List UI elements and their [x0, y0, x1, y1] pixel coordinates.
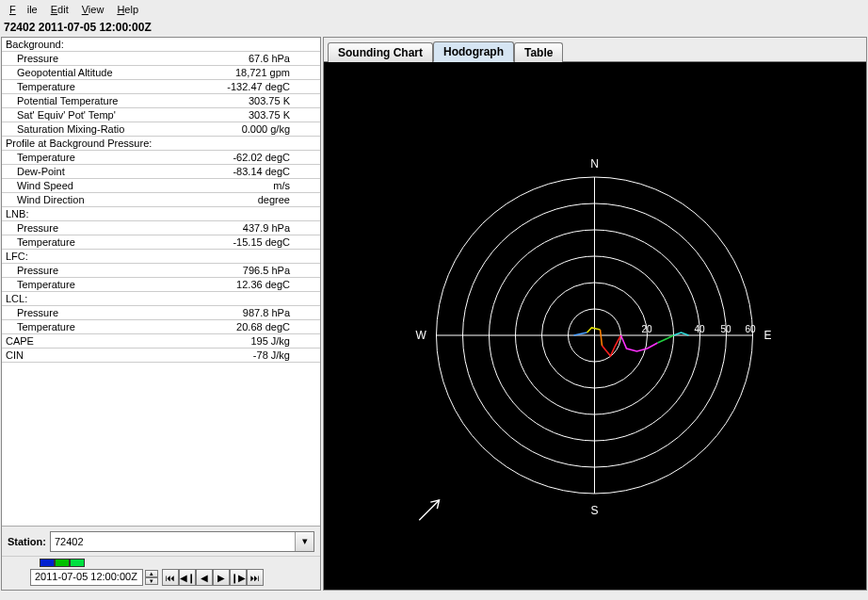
table-row[interactable]: Temperature-132.47 degC	[2, 80, 320, 94]
table-row[interactable]: Pressure987.8 hPa	[2, 306, 320, 320]
playback-controls: ⏮ ◀❙ ◀ ▶ ❙▶ ⏭	[162, 569, 264, 586]
table-row[interactable]: Temperature12.36 degC	[2, 278, 320, 292]
menu-file[interactable]: File	[4, 2, 43, 17]
page-title: 72402 2011-07-05 12:00:00Z	[0, 19, 868, 36]
svg-text:N: N	[590, 157, 599, 170]
tab-table[interactable]: Table	[514, 42, 563, 62]
time-stepper[interactable]: ▴ ▾	[145, 570, 158, 585]
menu-bar: File Edit View Help	[0, 0, 868, 19]
color-legend	[40, 559, 314, 567]
hodograph-svg: N S E W 20 40 50 60	[324, 62, 866, 590]
table-row[interactable]: Geopotential Altitude18,721 gpm	[2, 66, 320, 80]
station-value: 72402	[55, 536, 84, 547]
svg-text:60: 60	[746, 324, 757, 334]
time-bar: 2011-07-05 12:00:00Z ▴ ▾ ⏮ ◀❙ ◀ ▶ ❙▶ ⏭	[2, 556, 320, 590]
station-bar: Station: 72402 ▾	[2, 526, 320, 556]
section-header-lcl: LCL:	[2, 292, 320, 306]
legend-chip	[70, 559, 85, 567]
section-header-lfc: LFC:	[2, 250, 320, 264]
svg-text:40: 40	[695, 324, 706, 334]
section-header-profile: Profile at Background Pressure:	[2, 137, 320, 151]
table-row[interactable]: CAPE195 J/kg	[2, 334, 320, 349]
menu-view[interactable]: View	[76, 2, 110, 17]
svg-text:20: 20	[642, 324, 653, 334]
last-button[interactable]: ⏭	[247, 569, 264, 586]
stepper-up-icon[interactable]: ▴	[145, 570, 158, 577]
legend-chip	[55, 559, 70, 567]
svg-text:S: S	[590, 504, 598, 517]
svg-text:50: 50	[721, 324, 732, 334]
prev-button[interactable]: ◀❙	[179, 569, 196, 586]
chevron-down-icon[interactable]: ▾	[295, 532, 313, 551]
hodograph-chart[interactable]: N S E W 20 40 50 60	[324, 62, 866, 590]
section-header-background: Background:	[2, 38, 320, 52]
next-button[interactable]: ❙▶	[230, 569, 247, 586]
svg-text:W: W	[416, 329, 427, 342]
table-row[interactable]: Pressure437.9 hPa	[2, 221, 320, 235]
right-panel: Sounding Chart Hodograph Table	[323, 37, 867, 591]
svg-line-16	[419, 500, 439, 520]
table-row[interactable]: Temperature20.68 degC	[2, 320, 320, 334]
station-dropdown[interactable]: 72402 ▾	[50, 531, 314, 552]
stepper-down-icon[interactable]: ▾	[145, 577, 158, 585]
table-row[interactable]: Pressure796.5 hPa	[2, 264, 320, 278]
play-button[interactable]: ▶	[213, 569, 230, 586]
tab-sounding-chart[interactable]: Sounding Chart	[328, 42, 433, 62]
left-panel: Background: Pressure67.6 hPa Geopotentia…	[1, 37, 321, 591]
table-row[interactable]: Wind Speedm/s	[2, 179, 320, 193]
station-label: Station:	[8, 536, 46, 547]
table-row[interactable]: Wind Directiondegree	[2, 193, 320, 207]
table-row[interactable]: Temperature-62.02 degC	[2, 151, 320, 165]
tab-strip: Sounding Chart Hodograph Table	[324, 38, 866, 62]
table-row[interactable]: Dew-Point-83.14 degC	[2, 165, 320, 179]
menu-help[interactable]: Help	[111, 2, 144, 17]
legend-chip	[40, 559, 55, 567]
table-row[interactable]: Saturation Mixing-Ratio0.000 g/kg	[2, 122, 320, 137]
play-back-button[interactable]: ◀	[196, 569, 213, 586]
table-row[interactable]: CIN-78 J/kg	[2, 349, 320, 363]
table-row[interactable]: Temperature-15.15 degC	[2, 235, 320, 250]
menu-edit[interactable]: Edit	[45, 2, 74, 17]
table-row[interactable]: Potential Temperature303.75 K	[2, 94, 320, 108]
svg-text:E: E	[764, 329, 772, 342]
table-row[interactable]: Sat' Equiv' Pot' Temp'303.75 K	[2, 108, 320, 122]
parameter-table: Background: Pressure67.6 hPa Geopotentia…	[2, 38, 320, 526]
first-button[interactable]: ⏮	[162, 569, 179, 586]
time-field[interactable]: 2011-07-05 12:00:00Z	[30, 569, 143, 586]
section-header-lnb: LNB:	[2, 207, 320, 221]
tab-hodograph[interactable]: Hodograph	[433, 41, 514, 62]
table-row[interactable]: Pressure67.6 hPa	[2, 52, 320, 66]
